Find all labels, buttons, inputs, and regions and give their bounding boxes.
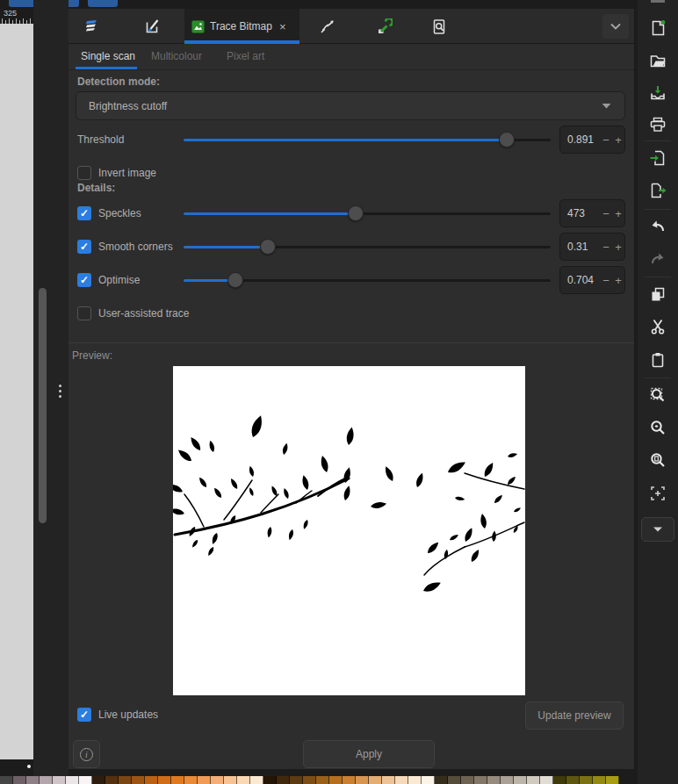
palette-swatch[interactable] (224, 776, 237, 784)
palette-swatch[interactable] (422, 776, 435, 784)
palette-swatch[interactable] (435, 776, 448, 784)
cut-icon[interactable] (649, 318, 667, 335)
palette-swatch[interactable] (145, 776, 158, 784)
tab-find[interactable] (411, 9, 467, 44)
zoom-center-page-icon[interactable] (649, 485, 667, 502)
color-palette[interactable] (0, 776, 619, 784)
palette-swatch[interactable] (0, 776, 13, 784)
palette-swatch[interactable] (158, 776, 171, 784)
import-icon[interactable] (649, 149, 667, 167)
smooth-corners-slider[interactable] (184, 233, 551, 261)
open-document-icon[interactable] (649, 52, 667, 69)
palette-swatch[interactable] (461, 776, 474, 784)
palette-swatch[interactable] (66, 776, 79, 784)
close-icon[interactable]: × (279, 20, 286, 33)
tab-single-scan[interactable]: Single scan (81, 50, 135, 62)
palette-swatch[interactable] (211, 776, 224, 784)
invert-image-checkbox[interactable]: ✓ (77, 166, 91, 180)
palette-swatch[interactable] (184, 776, 198, 784)
palette-swatch[interactable] (369, 776, 382, 784)
info-button[interactable]: i (73, 740, 100, 768)
palette-swatch[interactable] (119, 776, 132, 784)
print-icon[interactable] (649, 116, 667, 133)
palette-swatch[interactable] (132, 776, 145, 784)
palette-swatch[interactable] (250, 776, 263, 784)
zoom-page-icon[interactable] (649, 452, 667, 470)
optimise-slider[interactable] (184, 266, 551, 294)
palette-swatch[interactable] (540, 776, 553, 784)
tab-pixel-art[interactable]: Pixel art (227, 50, 264, 62)
speckles-value[interactable]: 473 (560, 207, 600, 219)
speckles-checkbox[interactable]: ✓ (77, 206, 91, 220)
export-icon[interactable] (649, 182, 667, 199)
increment-button[interactable]: + (612, 241, 624, 254)
decrement-button[interactable]: − (600, 133, 612, 147)
palette-swatch[interactable] (26, 776, 40, 784)
live-updates-checkbox[interactable]: ✓ (77, 708, 91, 722)
palette-swatch[interactable] (448, 776, 461, 784)
dock-resize-grip[interactable] (58, 385, 61, 400)
slider-thumb[interactable] (348, 205, 364, 221)
smooth-corners-checkbox[interactable]: ✓ (77, 240, 91, 254)
palette-swatch[interactable] (580, 776, 593, 784)
palette-swatch[interactable] (13, 776, 26, 784)
palette-swatch[interactable] (237, 776, 250, 784)
palette-swatch[interactable] (395, 776, 408, 784)
redo-icon[interactable] (649, 250, 667, 268)
increment-button[interactable]: + (612, 274, 624, 287)
palette-swatch[interactable] (343, 776, 356, 784)
palette-swatch[interactable] (553, 776, 566, 784)
update-preview-button[interactable]: Update preview (525, 701, 624, 730)
duplicate-icon[interactable] (649, 285, 667, 303)
increment-button[interactable]: + (612, 207, 624, 220)
palette-swatch[interactable] (514, 776, 527, 784)
speckles-slider[interactable] (184, 199, 551, 227)
palette-swatch[interactable] (329, 776, 343, 784)
zoom-selection-icon[interactable] (649, 386, 667, 404)
threshold-value[interactable]: 0.891 (560, 133, 600, 146)
palette-swatch[interactable] (277, 776, 290, 784)
dock-tab-overflow-button[interactable] (602, 14, 629, 39)
palette-swatch[interactable] (303, 776, 316, 784)
smooth-corners-value[interactable]: 0.31 (560, 241, 600, 253)
zoom-drawing-icon[interactable] (649, 420, 667, 437)
palette-swatch[interactable] (501, 776, 514, 784)
new-document-icon[interactable] (649, 19, 667, 37)
palette-swatch[interactable] (566, 776, 580, 784)
undo-icon[interactable] (649, 218, 667, 235)
palette-swatch[interactable] (198, 776, 211, 784)
toolbar-button-stub[interactable] (88, 0, 118, 7)
palette-swatch[interactable] (263, 776, 277, 784)
decrement-button[interactable]: − (600, 241, 612, 254)
threshold-slider[interactable] (184, 126, 551, 154)
tab-object-properties[interactable] (125, 9, 181, 44)
palette-swatch[interactable] (171, 776, 184, 784)
vertical-scrollbar[interactable] (39, 288, 47, 523)
slider-thumb[interactable] (499, 132, 515, 147)
tab-multicolour[interactable]: Multicolour (151, 50, 202, 62)
palette-swatch[interactable] (593, 776, 606, 784)
palette-swatch[interactable] (527, 776, 540, 784)
palette-swatch[interactable] (408, 776, 422, 784)
tab-objects[interactable] (63, 9, 119, 44)
paste-icon[interactable] (649, 351, 667, 369)
palette-swatch[interactable] (316, 776, 329, 784)
apply-button[interactable]: Apply (303, 740, 435, 768)
tab-preferences[interactable] (356, 9, 412, 44)
palette-swatch[interactable] (53, 776, 66, 784)
document-canvas[interactable] (0, 24, 33, 759)
toolbar-overflow-button[interactable] (641, 517, 674, 542)
optimise-value[interactable]: 0.704 (560, 274, 600, 286)
palette-swatch[interactable] (382, 776, 395, 784)
slider-thumb[interactable] (260, 239, 276, 255)
palette-swatch[interactable] (290, 776, 303, 784)
palette-swatch[interactable] (487, 776, 501, 784)
palette-swatch[interactable] (606, 776, 619, 784)
save-document-icon[interactable] (649, 84, 667, 102)
optimise-checkbox[interactable]: ✓ (77, 273, 91, 287)
decrement-button[interactable]: − (600, 274, 612, 287)
palette-swatch[interactable] (356, 776, 369, 784)
palette-swatch[interactable] (92, 776, 105, 784)
detection-mode-dropdown[interactable]: Brightness cutoff (76, 91, 625, 120)
decrement-button[interactable]: − (600, 207, 612, 220)
